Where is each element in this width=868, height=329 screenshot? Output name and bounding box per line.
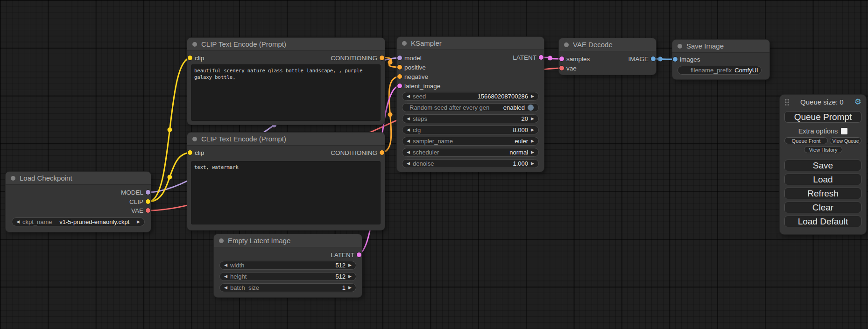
node-save-image[interactable]: Save Image images filename_prefix ComfyU…: [672, 40, 769, 79]
latent-output-port[interactable]: [357, 252, 361, 257]
positive-input-port[interactable]: [397, 65, 402, 70]
denoise-widget[interactable]: ◀ denoise 1.000 ▶: [402, 159, 539, 168]
clear-button[interactable]: Clear: [784, 202, 861, 213]
increment-arrow-icon[interactable]: ▶: [531, 161, 534, 166]
images-input-port[interactable]: [673, 57, 677, 62]
decrement-arrow-icon[interactable]: ◀: [407, 128, 410, 132]
latent-output-port[interactable]: [539, 55, 543, 60]
decrement-arrow-icon[interactable]: ◀: [407, 117, 410, 121]
node-clip-text-encode-negative[interactable]: CLIP Text Encode (Prompt) clip CONDITION…: [187, 133, 385, 230]
queue-prompt-button[interactable]: Queue Prompt: [784, 111, 861, 123]
conditioning-output-port[interactable]: [380, 150, 384, 155]
vae-input-port[interactable]: [559, 66, 564, 70]
node-collapse-dot[interactable]: [677, 44, 682, 49]
decrement-arrow-icon[interactable]: ◀: [16, 220, 20, 224]
queue-front-button[interactable]: Queue Front: [784, 137, 828, 144]
node-clip-text-encode-positive[interactable]: CLIP Text Encode (Prompt) clip CONDITION…: [187, 38, 385, 125]
extra-options-label: Extra options: [798, 127, 838, 135]
node-collapse-dot[interactable]: [564, 42, 569, 47]
increment-arrow-icon[interactable]: ▶: [348, 263, 352, 267]
vae-output-port[interactable]: [146, 208, 150, 213]
seed-widget[interactable]: ◀ seed 156680208700286 ▶: [402, 92, 539, 101]
toggle-indicator[interactable]: [528, 105, 534, 111]
image-output-port[interactable]: [651, 56, 656, 61]
increment-arrow-icon[interactable]: ▶: [348, 274, 352, 279]
decrement-arrow-icon[interactable]: ◀: [407, 139, 410, 143]
port-label: latent_image: [404, 83, 440, 90]
decrement-arrow-icon[interactable]: ◀: [224, 286, 227, 290]
extra-options-checkbox[interactable]: [841, 128, 847, 134]
node-title-bar[interactable]: Empty Latent Image: [214, 234, 362, 247]
decrement-arrow-icon[interactable]: ◀: [224, 274, 227, 279]
node-title: CLIP Text Encode (Prompt): [201, 135, 286, 143]
node-title-bar[interactable]: CLIP Text Encode (Prompt): [187, 38, 385, 51]
widget-value: enabled: [492, 104, 525, 111]
gear-icon[interactable]: ⚙: [854, 98, 861, 106]
decrement-arrow-icon[interactable]: ◀: [407, 150, 410, 154]
batch-size-widget[interactable]: ◀ batch_size 1 ▶: [219, 283, 356, 292]
node-title-bar[interactable]: CLIP Text Encode (Prompt): [187, 133, 385, 146]
samples-input-port[interactable]: [559, 56, 564, 61]
clip-input-port[interactable]: [188, 56, 192, 60]
scheduler-widget[interactable]: ◀ scheduler normal ▶: [402, 148, 539, 157]
save-button[interactable]: Save: [784, 160, 861, 171]
prompt-textarea[interactable]: beautiful scenery nature glass bottle la…: [191, 64, 381, 121]
increment-arrow-icon[interactable]: ▶: [531, 117, 534, 121]
random-seed-toggle-widget[interactable]: Random seed after every gen enabled: [402, 103, 539, 112]
conditioning-output-port[interactable]: [380, 56, 384, 60]
load-button[interactable]: Load: [784, 174, 861, 185]
node-title-bar[interactable]: Load Checkpoint: [6, 172, 151, 185]
widget-value: v1-5-pruned-emaonly.ckpt: [55, 218, 134, 225]
cfg-widget[interactable]: ◀ cfg 8.000 ▶: [402, 126, 539, 134]
model-input-port[interactable]: [397, 56, 402, 60]
ckpt-name-widget[interactable]: ◀ ckpt_name v1-5-pruned-emaonly.ckpt ▶: [12, 217, 145, 226]
view-queue-button[interactable]: View Queue: [830, 137, 861, 144]
increment-arrow-icon[interactable]: ▶: [531, 150, 534, 154]
width-widget[interactable]: ◀ width 512 ▶: [219, 261, 356, 270]
decrement-arrow-icon[interactable]: ◀: [224, 263, 227, 267]
port-label: VAE: [131, 207, 143, 214]
load-default-button[interactable]: Load Default: [784, 216, 861, 227]
clip-input-port[interactable]: [188, 150, 192, 155]
steps-widget[interactable]: ◀ steps 20 ▶: [402, 114, 539, 123]
latent-image-input-port[interactable]: [397, 84, 402, 88]
increment-arrow-icon[interactable]: ▶: [531, 94, 534, 98]
port-label: positive: [404, 64, 426, 71]
refresh-button[interactable]: Refresh: [784, 188, 861, 199]
prompt-textarea[interactable]: text, watermark: [191, 161, 381, 224]
node-title-bar[interactable]: Save Image: [672, 40, 769, 53]
decrement-arrow-icon[interactable]: ◀: [407, 161, 410, 166]
height-widget[interactable]: ◀ height 512 ▶: [219, 272, 356, 281]
comfyui-canvas[interactable]: CLIP Text Encode (Prompt) clip CONDITION…: [0, 0, 868, 329]
drag-handle-icon[interactable]: [784, 98, 790, 105]
widget-label: ckpt_name: [22, 218, 52, 225]
negative-input-port[interactable]: [397, 74, 402, 79]
node-ksampler[interactable]: KSampler model positive negative latent_…: [397, 37, 544, 172]
increment-arrow-icon[interactable]: ▶: [531, 139, 534, 143]
widget-label: filename_prefix: [691, 67, 732, 74]
widget-label: batch_size: [230, 284, 259, 291]
decrement-arrow-icon[interactable]: ◀: [407, 94, 410, 98]
node-title-bar[interactable]: VAE Decode: [559, 38, 656, 51]
node-collapse-dot[interactable]: [11, 176, 15, 181]
widget-value: 512: [249, 273, 346, 280]
increment-arrow-icon[interactable]: ▶: [137, 220, 140, 224]
model-output-port[interactable]: [146, 190, 150, 195]
widget-value: ComfyUI: [734, 67, 758, 74]
sampler-name-widget[interactable]: ◀ sampler_name euler ▶: [402, 137, 539, 146]
node-load-checkpoint[interactable]: Load Checkpoint MODEL CLIP VAE ◀ ckpt_na…: [6, 172, 151, 232]
node-collapse-dot[interactable]: [402, 41, 407, 46]
node-vae-decode[interactable]: VAE Decode samples vae IMAGE: [559, 38, 656, 75]
node-empty-latent-image[interactable]: Empty Latent Image LATENT ◀ width 512 ▶ …: [214, 234, 362, 297]
view-history-button[interactable]: View History: [804, 146, 842, 153]
node-collapse-dot[interactable]: [192, 42, 197, 47]
increment-arrow-icon[interactable]: ▶: [348, 286, 352, 290]
node-collapse-dot[interactable]: [219, 238, 224, 243]
increment-arrow-icon[interactable]: ▶: [531, 128, 534, 132]
widget-label: Random seed after every gen: [409, 104, 489, 111]
widget-value: 156680208700286: [429, 93, 528, 100]
clip-output-port[interactable]: [146, 199, 150, 204]
node-title-bar[interactable]: KSampler: [397, 37, 544, 50]
node-collapse-dot[interactable]: [192, 137, 197, 141]
filename-prefix-widget[interactable]: filename_prefix ComfyUI: [677, 66, 762, 75]
